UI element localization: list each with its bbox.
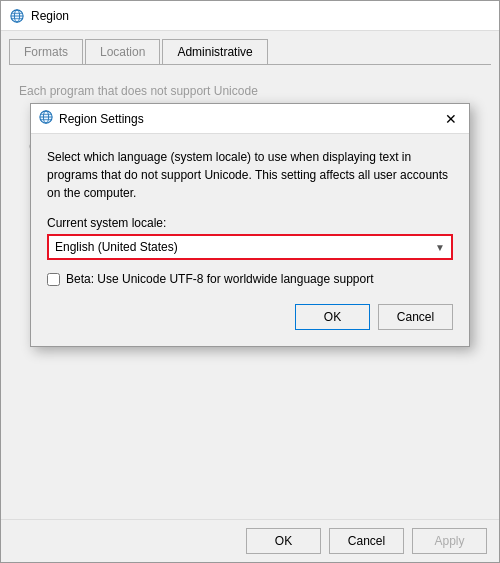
unicode-checkbox-label: Beta: Use Unicode UTF-8 for worldwide la…	[66, 272, 374, 286]
tab-administrative[interactable]: Administrative	[162, 39, 267, 64]
modal-ok-button[interactable]: OK	[295, 304, 370, 330]
outer-window-title: Region	[31, 9, 69, 23]
modal-description: Select which language (system locale) to…	[47, 148, 453, 202]
globe-icon	[9, 8, 25, 24]
outer-window: Region Formats Location Administrative E…	[0, 0, 500, 563]
locale-dropdown-wrapper: English (United States) English (United …	[47, 234, 453, 260]
modal-buttons: OK Cancel	[47, 300, 453, 332]
modal-titlebar: Region Settings ✕	[31, 104, 469, 134]
field-label: Current system locale:	[47, 216, 453, 230]
unicode-checkbox-row: Beta: Use Unicode UTF-8 for worldwide la…	[47, 272, 453, 286]
region-settings-modal: Region Settings ✕ Select which language …	[30, 103, 470, 347]
outer-cancel-button[interactable]: Cancel	[329, 528, 404, 554]
outer-titlebar: Region	[1, 1, 499, 31]
locale-dropdown[interactable]: English (United States) English (United …	[47, 234, 453, 260]
modal-title: Region Settings	[59, 112, 144, 126]
outer-apply-button[interactable]: Apply	[412, 528, 487, 554]
tab-location[interactable]: Location	[85, 39, 160, 64]
modal-cancel-button[interactable]: Cancel	[378, 304, 453, 330]
tabs-area: Formats Location Administrative	[9, 39, 491, 65]
tab-formats[interactable]: Formats	[9, 39, 83, 64]
outer-content: Formats Location Administrative Each pro…	[1, 31, 499, 519]
modal-globe-icon	[39, 110, 53, 127]
bg-content: Each program that does not support Unico…	[9, 73, 491, 511]
modal-overlay: Region Settings ✕ Select which language …	[9, 73, 491, 511]
modal-body: Select which language (system locale) to…	[31, 134, 469, 346]
outer-ok-button[interactable]: OK	[246, 528, 321, 554]
modal-close-button[interactable]: ✕	[441, 109, 461, 129]
outer-bottom-buttons: OK Cancel Apply	[1, 519, 499, 562]
modal-titlebar-left: Region Settings	[39, 110, 144, 127]
unicode-checkbox[interactable]	[47, 273, 60, 286]
